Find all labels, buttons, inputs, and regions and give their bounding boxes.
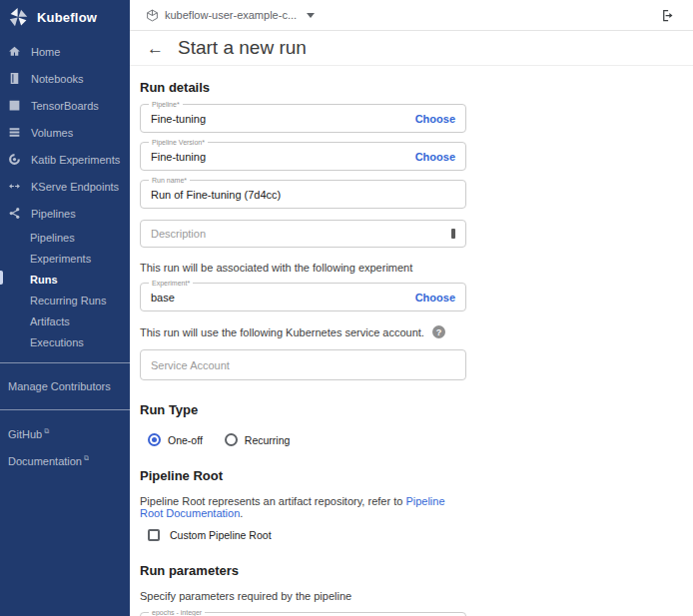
pipeline-root-heading: Pipeline Root bbox=[140, 468, 466, 483]
sidebar-subitem-executions[interactable]: Executions bbox=[0, 331, 130, 352]
documentation-label: Documentation bbox=[8, 454, 82, 466]
run-parameters-note: Specify parameters required by the pipel… bbox=[140, 590, 466, 602]
description-input[interactable] bbox=[151, 228, 451, 240]
sidebar-subitem-label: Pipelines bbox=[30, 232, 75, 244]
help-icon[interactable]: ? bbox=[432, 325, 445, 338]
run-name-input[interactable] bbox=[151, 189, 455, 201]
sidebar-subitem-recurring-runs[interactable]: Recurring Runs bbox=[0, 290, 130, 310]
back-arrow-icon[interactable]: ← bbox=[147, 40, 164, 57]
custom-pipeline-root-label: Custom Pipeline Root bbox=[170, 529, 272, 541]
sidebar-item-label: KServe Endpoints bbox=[31, 181, 119, 193]
tensorboard-icon bbox=[8, 99, 21, 112]
kubeflow-logo-icon bbox=[8, 7, 29, 28]
notebook-icon bbox=[8, 72, 21, 85]
run-name-field-label: Run name* bbox=[149, 177, 190, 184]
sidebar-item-tensorboards[interactable]: TensorBoards bbox=[0, 92, 130, 119]
topbar: kubeflow-user-example-c... bbox=[130, 0, 693, 31]
pipeline-root-text-before: Pipeline Root represents an artifact rep… bbox=[140, 495, 405, 507]
radio-recurring-label: Recurring bbox=[245, 434, 291, 446]
custom-pipeline-root-checkbox-row[interactable]: Custom Pipeline Root bbox=[148, 529, 466, 541]
sidebar-subitem-label: Executions bbox=[30, 336, 84, 348]
radio-unselected-icon[interactable] bbox=[225, 433, 238, 446]
pipeline-root-text-after: . bbox=[240, 507, 243, 519]
sidebar-item-katib-experiments[interactable]: Katib Experiments bbox=[0, 146, 130, 173]
experiment-note: This run will be associated with the fol… bbox=[140, 262, 466, 274]
active-indicator bbox=[0, 271, 3, 285]
pipeline-field-label: Pipeline* bbox=[149, 101, 183, 108]
external-link-icon: ⧉ bbox=[44, 427, 49, 434]
service-account-note-text: This run will use the following Kubernet… bbox=[140, 326, 424, 338]
sidebar-item-label: TensorBoards bbox=[31, 100, 99, 112]
sidebar-item-label: Katib Experiments bbox=[31, 154, 120, 166]
namespace-selector[interactable]: kubeflow-user-example-c... bbox=[146, 9, 315, 22]
sidebar-item-label: Notebooks bbox=[31, 73, 84, 85]
experiment-field-value: base bbox=[151, 292, 407, 304]
sidebar-nav: Home Notebooks TensorBoards Volumes Kati… bbox=[0, 38, 130, 352]
experiment-choose-button[interactable]: Choose bbox=[415, 292, 455, 304]
pipeline-version-field[interactable]: Pipeline Version* Fine-tuning Choose bbox=[140, 142, 466, 171]
sidebar-subitem-artifacts[interactable]: Artifacts bbox=[0, 310, 130, 331]
main-area: kubeflow-user-example-c... ← Start a new… bbox=[130, 0, 693, 616]
sidebar-subitem-label: Recurring Runs bbox=[30, 295, 106, 307]
pipeline-root-text: Pipeline Root represents an artifact rep… bbox=[140, 495, 466, 519]
experiment-field[interactable]: Experiment* base Choose bbox=[140, 283, 466, 311]
documentation-link[interactable]: Documentation⧉ bbox=[0, 447, 130, 474]
kserve-icon bbox=[8, 180, 21, 193]
sidebar-item-pipelines[interactable]: Pipelines bbox=[0, 200, 130, 227]
sidebar-subitem-pipelines[interactable]: Pipelines bbox=[0, 227, 130, 248]
manage-contributors-link[interactable]: Manage Contributors bbox=[0, 373, 130, 399]
run-type-options: One-off Recurring bbox=[148, 433, 466, 446]
katib-icon bbox=[8, 153, 21, 166]
experiment-field-label: Experiment* bbox=[149, 280, 193, 287]
sidebar-item-kserve-endpoints[interactable]: KServe Endpoints bbox=[0, 173, 130, 200]
radio-one-off-label: One-off bbox=[168, 434, 203, 446]
volumes-icon bbox=[8, 126, 21, 139]
namespace-cube-icon bbox=[146, 9, 159, 22]
external-link-icon: ⧉ bbox=[84, 454, 89, 461]
pipeline-version-choose-button[interactable]: Choose bbox=[415, 151, 455, 163]
sidebar-item-volumes[interactable]: Volumes bbox=[0, 119, 130, 146]
home-icon bbox=[8, 45, 21, 58]
pipeline-field[interactable]: Pipeline* Fine-tuning Choose bbox=[140, 104, 466, 133]
logout-icon bbox=[660, 8, 675, 23]
sidebar-item-home[interactable]: Home bbox=[0, 38, 130, 65]
sidebar-divider bbox=[0, 409, 130, 410]
checkbox-unchecked-icon[interactable] bbox=[148, 529, 160, 541]
pipeline-choose-button[interactable]: Choose bbox=[415, 113, 455, 125]
logo-text: Kubeflow bbox=[37, 10, 97, 25]
sidebar-subitem-label: Runs bbox=[30, 274, 58, 286]
page-content: Run details Pipeline* Fine-tuning Choose… bbox=[130, 66, 693, 616]
sidebar-subitem-label: Experiments bbox=[30, 253, 91, 265]
run-name-field[interactable]: Run name* bbox=[140, 180, 466, 209]
sidebar-divider bbox=[0, 362, 130, 363]
sidebar-item-label: Volumes bbox=[31, 127, 73, 139]
sidebar-subitem-experiments[interactable]: Experiments bbox=[0, 248, 130, 269]
radio-selected-icon[interactable] bbox=[148, 433, 161, 446]
description-field[interactable] bbox=[140, 220, 466, 248]
service-account-field[interactable] bbox=[140, 349, 466, 380]
radio-recurring[interactable]: Recurring bbox=[225, 433, 291, 446]
sidebar-item-notebooks[interactable]: Notebooks bbox=[0, 65, 130, 92]
manage-contributors-label: Manage Contributors bbox=[8, 380, 111, 392]
sidebar-subitem-label: Artifacts bbox=[30, 315, 70, 327]
sidebar-item-label: Home bbox=[31, 46, 60, 58]
epochs-field-label: epochs - integer bbox=[149, 609, 205, 616]
service-account-input[interactable] bbox=[151, 359, 455, 371]
run-type-heading: Run Type bbox=[140, 402, 466, 417]
pipeline-version-field-value: Fine-tuning bbox=[151, 151, 407, 163]
kubeflow-app: Kubeflow Home Notebooks TensorBoards Vol… bbox=[0, 0, 693, 616]
form-column: Pipeline* Fine-tuning Choose Pipeline Ve… bbox=[140, 104, 466, 616]
resize-handle[interactable] bbox=[451, 229, 455, 239]
sidebar: Kubeflow Home Notebooks TensorBoards Vol… bbox=[0, 0, 130, 616]
logout-button[interactable] bbox=[660, 8, 675, 23]
radio-one-off[interactable]: One-off bbox=[148, 433, 203, 446]
kubeflow-logo[interactable]: Kubeflow bbox=[0, 0, 130, 32]
page-header: ← Start a new run bbox=[130, 31, 693, 66]
epochs-field[interactable]: epochs - integer bbox=[140, 612, 466, 616]
pipeline-field-value: Fine-tuning bbox=[151, 113, 407, 125]
sidebar-subitem-runs[interactable]: Runs bbox=[0, 269, 130, 290]
pipeline-version-field-label: Pipeline Version* bbox=[149, 139, 208, 146]
pipelines-icon bbox=[8, 207, 21, 220]
github-link[interactable]: GitHub⧉ bbox=[0, 420, 130, 447]
run-parameters-heading: Run parameters bbox=[140, 563, 466, 578]
